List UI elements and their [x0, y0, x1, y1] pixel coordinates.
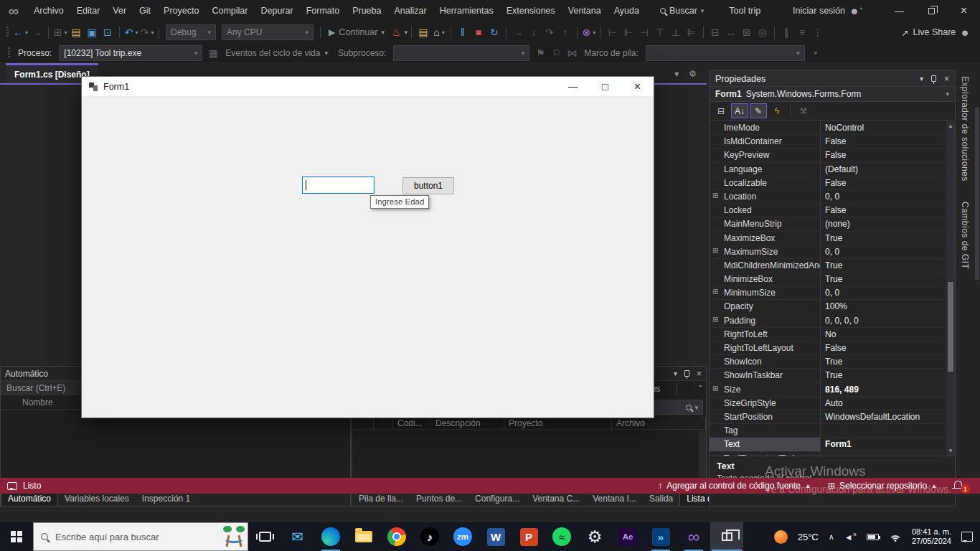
code-column-header[interactable]: Codi... [393, 418, 431, 429]
toolbar-button[interactable] [506, 27, 507, 39]
Localizable[interactable]: Localizable False [710, 176, 946, 190]
step-out-icon[interactable]: ↑ [558, 24, 573, 41]
home-window-icon[interactable]: ⌂ [432, 24, 446, 41]
close-button[interactable]: × [948, 0, 980, 22]
align-centers-icon[interactable]: ⊩ [621, 24, 636, 41]
open-file-icon[interactable]: ▤ [69, 24, 83, 41]
minimize-button[interactable]: — [883, 0, 915, 22]
search-menu[interactable]: Buscar ▾ [660, 6, 704, 16]
Size[interactable]: Size 816, 489 [710, 383, 946, 397]
save-all-icon[interactable]: ⊡ [100, 24, 115, 41]
align-lefts-icon[interactable]: ⊢ [606, 24, 620, 41]
same-size-icon[interactable]: ⊟ [708, 24, 722, 41]
properties-scrollbar[interactable]: ▲ ▼ [946, 121, 955, 456]
close-icon[interactable]: × [697, 369, 702, 379]
stop-icon[interactable]: ■ [471, 24, 486, 41]
feedback-icon[interactable] [7, 482, 17, 490]
tiktok-icon[interactable]: ♪ [413, 522, 446, 551]
stack-frame-select[interactable]: ▾ [646, 45, 805, 61]
continue-button[interactable]: ▶ Continuar ▾ [329, 27, 385, 37]
align-tops-icon[interactable]: ⊤ [653, 24, 667, 41]
temperature-label[interactable]: 25°C [798, 532, 819, 542]
MinimizeBox[interactable]: MinimizeBox True [710, 273, 946, 286]
toolbar-button[interactable] [119, 27, 120, 39]
MainMenuStrip[interactable]: MainMenuStrip (none) [710, 217, 946, 231]
lifecycle-events-label[interactable]: Eventos del ciclo de vida [225, 48, 320, 58]
close-icon[interactable]: × [944, 74, 949, 84]
MinimumSize[interactable]: MinimumSize 0, 0 [710, 286, 946, 300]
menu-item[interactable]: Extensiones [500, 0, 562, 22]
form1-titlebar[interactable]: Form1 — □ × [82, 77, 654, 96]
menu-item[interactable]: Editar [70, 0, 107, 22]
pause-icon[interactable]: ‖ [456, 24, 470, 41]
form-close-button[interactable]: × [621, 77, 654, 96]
ShowIcon[interactable]: ShowIcon True [710, 355, 946, 369]
flag-icon[interactable]: ⚑ [533, 44, 547, 62]
debug-configuration-select[interactable]: Debug▾ [166, 24, 216, 40]
alphabetical-icon[interactable]: A↓ [731, 103, 748, 118]
step-over-icon[interactable]: ↷ [542, 24, 557, 41]
Text[interactable]: Text Form1 [710, 438, 946, 451]
hot-reload-icon[interactable]: ♨ [392, 26, 401, 39]
browse-files-icon[interactable]: ▤ [416, 24, 430, 41]
visual-studio-icon[interactable]: ∞ [677, 522, 710, 551]
panel-overflow-icon[interactable]: ” [699, 384, 702, 392]
Locked[interactable]: Locked False [710, 204, 946, 217]
Location[interactable]: Location 0, 0 [710, 190, 946, 204]
word-icon[interactable]: W [479, 522, 512, 551]
Tag[interactable]: Tag [710, 424, 946, 438]
zoom-tool-icon[interactable]: ◎ [755, 24, 770, 41]
panel-dropdown-icon[interactable]: ▾ [674, 369, 677, 377]
Language[interactable]: Language (Default) [710, 163, 946, 176]
toolbar-button[interactable] [451, 27, 451, 39]
menu-item[interactable]: Git [133, 0, 157, 22]
SizeGripStyle[interactable]: SizeGripStyle Auto [710, 397, 946, 410]
window-scrollbar[interactable] [975, 108, 979, 280]
align-middles-icon[interactable]: ⊥ [669, 24, 683, 41]
icon-column-header[interactable] [374, 418, 393, 429]
ShowInTaskbar[interactable]: ShowInTaskbar True [710, 369, 946, 382]
show-next-statement-icon[interactable]: → [511, 24, 525, 41]
pin-icon[interactable] [684, 370, 689, 377]
button1[interactable]: button1 [402, 177, 454, 194]
properties-view-icon[interactable]: ✎ [750, 103, 767, 118]
gear-icon[interactable]: ⚙ [689, 69, 697, 79]
age-textbox[interactable] [302, 176, 374, 194]
vertical-spacing-icon[interactable]: ≡ [795, 24, 809, 41]
align-bottoms-icon[interactable]: ⊫ [684, 24, 699, 41]
phone-link-icon[interactable]: » [644, 522, 677, 551]
size-to-grid-icon[interactable]: ⊠ [740, 24, 754, 41]
restore-button[interactable] [915, 0, 948, 22]
side-tab[interactable]: Cambios de GIT [960, 194, 970, 276]
start-button[interactable] [0, 522, 33, 551]
MaximumSize[interactable]: MaximumSize 0, 0 [710, 245, 946, 259]
form-maximize-button[interactable]: □ [589, 77, 621, 96]
battery-icon[interactable] [867, 534, 879, 540]
running-form-icon[interactable] [710, 522, 743, 551]
MaximizeBox[interactable]: MaximizeBox True [710, 232, 946, 245]
flag-outline-icon[interactable]: ⚐ [549, 44, 563, 62]
menu-item-tool-trip[interactable]: Tool trip [722, 0, 767, 22]
sign-in-button[interactable]: Iniciar sesión ☻+ [793, 5, 863, 17]
new-project-icon[interactable]: ⊞ [53, 24, 67, 41]
menu-item[interactable]: Formato [300, 0, 347, 22]
scroll-up-icon[interactable]: ▲ [948, 123, 953, 129]
property-pages-icon[interactable]: ⚒ [795, 103, 812, 118]
menu-item[interactable]: Analizar [387, 0, 433, 22]
StartPosition[interactable]: StartPosition WindowsDefaultLocation [710, 410, 946, 424]
menu-item[interactable]: Ver [106, 0, 133, 22]
after-effects-icon[interactable]: Ae [611, 522, 644, 551]
zoom-icon[interactable]: zm [446, 522, 479, 551]
save-icon[interactable]: ▣ [85, 24, 99, 41]
menu-item[interactable]: Archivo [27, 0, 70, 22]
RightToLeftLayout[interactable]: RightToLeftLayout False [710, 342, 946, 355]
nav-back-icon[interactable]: ← [13, 24, 28, 41]
menu-item[interactable]: Prueba [346, 0, 387, 22]
KeyPreview[interactable]: KeyPreview False [710, 149, 946, 162]
document-dropdown-icon[interactable]: ▾ [674, 69, 679, 79]
menu-item[interactable]: Depurar [254, 0, 299, 22]
action-center-icon[interactable] [961, 532, 973, 542]
file-explorer-icon[interactable] [347, 522, 380, 551]
unwind-icon[interactable]: ⋈ [565, 44, 579, 62]
chrome-icon[interactable] [380, 522, 413, 551]
